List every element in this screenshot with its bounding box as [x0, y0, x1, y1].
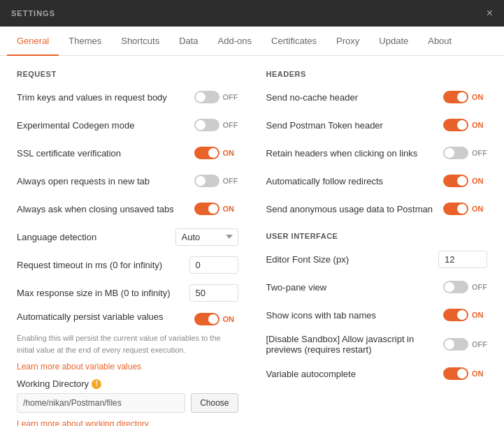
persist-vars-state: ON — [223, 315, 238, 323]
setting-postman-token: Send Postman Token header ON — [266, 116, 488, 134]
setting-retain-headers: Retain headers when clicking on links OF… — [266, 144, 488, 162]
anonymous-usage-toggle[interactable]: ON — [443, 203, 487, 215]
autocomplete-track[interactable] — [443, 367, 468, 380]
postman-token-label: Send Postman Token header — [266, 120, 444, 131]
tab-certificates[interactable]: Certificates — [261, 27, 326, 56]
language-dropdown[interactable]: Auto None — [175, 228, 238, 246]
tab-icons-label: Show icons with tab names — [266, 310, 444, 321]
right-column: HEADERS Send no-cache header ON Send Pos… — [266, 70, 488, 412]
setting-anonymous-usage: Send anonymous usage data to Postman ON — [266, 200, 488, 218]
timeout-input[interactable] — [189, 256, 238, 274]
trim-keys-state: OFF — [223, 93, 238, 101]
font-size-label: Editor Font Size (px) — [266, 254, 439, 265]
sandbox-state: OFF — [472, 340, 487, 348]
tab-general[interactable]: General — [7, 27, 59, 56]
closing-tabs-state: ON — [223, 205, 238, 213]
left-column: REQUEST Trim keys and values in request … — [17, 70, 238, 412]
max-response-label: Max response size in MB (0 to infinity) — [17, 288, 189, 298]
codegen-toggle[interactable]: OFF — [194, 119, 238, 131]
tab-proxy[interactable]: Proxy — [326, 27, 369, 56]
codegen-label: Experimental Codegen mode — [17, 120, 194, 131]
new-tab-toggle[interactable]: OFF — [194, 175, 238, 187]
postman-token-toggle[interactable]: ON — [443, 119, 487, 131]
working-dir-link[interactable]: Learn more about working directory — [17, 419, 149, 426]
tab-addons[interactable]: Add-ons — [208, 27, 261, 56]
ssl-thumb — [208, 148, 218, 158]
setting-closing-tabs: Always ask when closing unsaved tabs ON — [17, 200, 238, 218]
persist-vars-link[interactable]: Learn more about variable values — [17, 362, 141, 372]
working-dir-row: Choose — [17, 393, 238, 413]
autocomplete-toggle[interactable]: ON — [443, 367, 487, 380]
setting-no-cache: Send no-cache header ON — [266, 88, 488, 106]
closing-tabs-track[interactable] — [194, 203, 219, 215]
tab-icons-toggle[interactable]: ON — [443, 309, 487, 321]
setting-autocomplete: Variable autocomplete ON — [266, 365, 488, 383]
no-cache-track[interactable] — [443, 91, 468, 103]
ssl-state: ON — [223, 149, 238, 157]
tab-shortcuts[interactable]: Shortcuts — [111, 27, 169, 56]
new-tab-label: Always open requests in new tab — [17, 176, 194, 186]
setting-font-size: Editor Font Size (px) — [266, 250, 488, 268]
new-tab-state: OFF — [223, 177, 238, 185]
persist-vars-block: Automatically persist variable values — [17, 311, 194, 322]
setting-codegen: Experimental Codegen mode OFF — [17, 116, 238, 134]
max-response-input[interactable] — [189, 284, 238, 302]
autocomplete-label: Variable autocomplete — [266, 369, 444, 379]
two-pane-track[interactable] — [443, 281, 468, 293]
persist-vars-toggle[interactable]: ON — [194, 313, 238, 325]
warning-icon: ! — [92, 379, 101, 389]
working-dir-input[interactable] — [17, 393, 185, 413]
nav-tabs: General Themes Shortcuts Data Add-ons Ce… — [0, 27, 504, 56]
retain-headers-label: Retain headers when clicking on links — [266, 148, 444, 159]
no-cache-toggle[interactable]: ON — [443, 91, 487, 103]
setting-language: Language detection Auto None — [17, 228, 238, 246]
request-section-title: REQUEST — [17, 70, 238, 78]
setting-persist-vars: Automatically persist variable values ON — [17, 311, 238, 330]
postman-token-state: ON — [472, 121, 487, 129]
persist-vars-label: Automatically persist variable values — [17, 311, 194, 322]
sandbox-toggle[interactable]: OFF — [443, 338, 487, 351]
tab-themes[interactable]: Themes — [59, 27, 111, 56]
ui-section-title: USER INTERFACE — [266, 232, 488, 240]
trim-keys-thumb — [196, 92, 206, 102]
anonymous-usage-track[interactable] — [443, 203, 468, 215]
font-size-input[interactable] — [438, 251, 487, 268]
closing-tabs-toggle[interactable]: ON — [194, 203, 238, 215]
retain-headers-track[interactable] — [443, 147, 468, 159]
settings-content: REQUEST Trim keys and values in request … — [0, 56, 504, 426]
working-dir-label-text: Working Directory — [17, 379, 89, 389]
setting-tab-icons: Show icons with tab names ON — [266, 306, 488, 324]
retain-headers-thumb — [445, 148, 454, 158]
tab-icons-thumb — [457, 310, 467, 320]
two-pane-toggle[interactable]: OFF — [443, 281, 487, 293]
tab-about[interactable]: About — [418, 27, 461, 56]
no-cache-state: ON — [472, 93, 487, 101]
retain-headers-toggle[interactable]: OFF — [443, 147, 487, 159]
trim-keys-label: Trim keys and values in request body — [17, 92, 194, 103]
codegen-state: OFF — [223, 121, 238, 129]
setting-sandbox: [Disable Sandbox] Allow javascript in pr… — [266, 334, 488, 355]
postman-token-track[interactable] — [443, 119, 468, 131]
sandbox-label: [Disable Sandbox] Allow javascript in pr… — [266, 334, 444, 355]
ssl-toggle[interactable]: ON — [194, 147, 238, 159]
ssl-track[interactable] — [194, 147, 219, 159]
follow-redirects-state: ON — [472, 177, 487, 185]
tab-icons-state: ON — [472, 311, 487, 319]
close-button[interactable]: × — [487, 8, 493, 19]
sandbox-track[interactable] — [443, 338, 468, 351]
follow-redirects-track[interactable] — [443, 175, 468, 187]
autocomplete-state: ON — [472, 369, 487, 378]
codegen-track[interactable] — [194, 119, 219, 131]
follow-redirects-toggle[interactable]: ON — [443, 175, 487, 187]
trim-keys-toggle[interactable]: OFF — [194, 91, 238, 103]
choose-button[interactable]: Choose — [191, 393, 238, 413]
headers-section-title: HEADERS — [266, 70, 488, 78]
tab-update[interactable]: Update — [369, 27, 418, 56]
persist-vars-track[interactable] — [194, 313, 219, 325]
new-tab-track[interactable] — [194, 175, 219, 187]
tab-data[interactable]: Data — [169, 27, 208, 56]
trim-keys-track[interactable] — [194, 91, 219, 103]
tab-icons-track[interactable] — [443, 309, 468, 321]
autocomplete-thumb — [457, 369, 467, 379]
closing-tabs-label: Always ask when closing unsaved tabs — [17, 204, 194, 214]
